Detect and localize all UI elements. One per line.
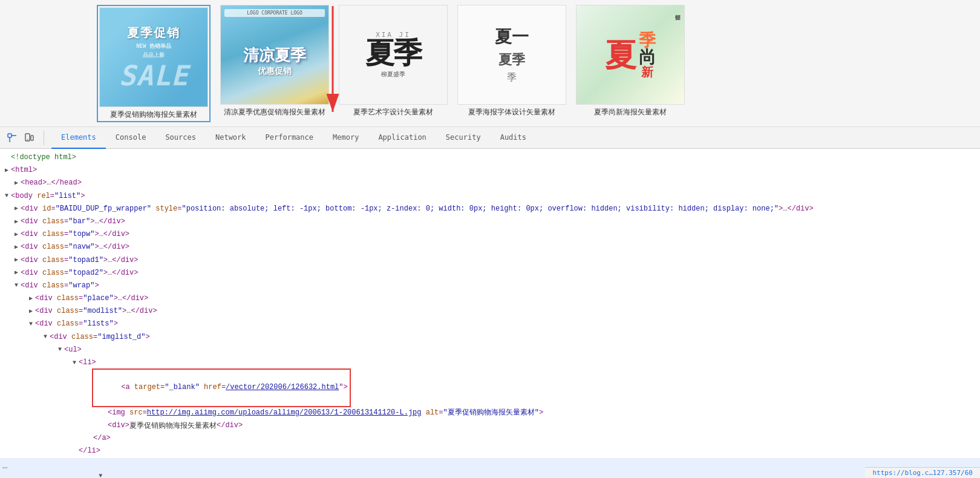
expand-bar[interactable] [15,217,21,227]
code-div-text1[interactable]: <div>夏季促销购物海报矢量素材</div> [0,419,980,432]
expand-topw[interactable] [15,230,21,240]
gallery-label-3: 夏季艺术字设计矢量素材 [353,107,433,117]
toolbar-icons [5,131,44,145]
code-ul[interactable]: <ul> [0,344,980,356]
code-html[interactable]: <html> [0,164,980,177]
gallery-item-2[interactable]: LOGO CORPORATE LOGO 清凉夏季 优惠促销 清凉夏季优惠促销海报… [220,5,329,117]
devtools-toolbar: Elements Console Sources Network Perform… [0,127,980,149]
code-div-topw[interactable]: <div class="topw">…</div> [0,228,980,241]
gallery-label-5: 夏季尚新海报矢量素材 [594,107,667,117]
svg-rect-6 [31,136,33,140]
code-div-topad2[interactable]: <div class="topad2">…</div> [0,267,980,280]
gallery-img-1: 夏季促销 NEW 热销单品 品品上新 SALE [99,7,208,107]
expand-wrap[interactable] [15,281,21,290]
gallery-label-1: 夏季促销购物海报矢量素材 [110,110,197,120]
tab-elements[interactable]: Elements [51,127,106,149]
gallery-area: 夏季促销 NEW 热销单品 品品上新 SALE 夏季促销购物海报矢量素材 LOG… [0,0,980,127]
expand-topad2[interactable] [15,268,21,278]
code-div-modlist[interactable]: <div class="modlist">…</div> [0,305,980,318]
expand-modlist[interactable] [29,307,35,316]
gallery-img-5: 夏 季 尚 新 促销打折 [576,5,685,105]
context-menu-dots: … [2,459,7,473]
code-a1-close: </a> [0,432,980,445]
code-a1[interactable]: <a target="_blank" href=/vector/202006/1… [0,369,980,407]
gallery-img-2: LOGO CORPORATE LOGO 清凉夏季 优惠促销 [220,5,329,105]
expand-imglist-d[interactable] [44,332,50,342]
expand-body[interactable] [5,191,11,201]
gallery-img-3: XIA JI 夏季 柳夏盛季 [339,5,448,105]
devtools-content: <!doctype html> <html> <head>…</head> <b… [0,149,980,478]
gallery-img-4: 夏一 夏季 季 [457,5,566,105]
inspector-icon[interactable] [5,131,19,145]
tab-list: Elements Console Sources Network Perform… [51,127,536,148]
expand-place[interactable] [29,294,35,304]
code-li1-close: </li> [0,445,980,457]
expand-li2[interactable] [99,471,105,478]
a1-red-box: <a target="_blank" href=/vector/202006/1… [93,370,350,406]
tab-security[interactable]: Security [436,127,491,149]
code-div-lists[interactable]: <div class="lists"> [0,318,980,330]
tab-network[interactable]: Network [206,127,256,149]
gallery-label-4: 夏季海报字体设计矢量素材 [468,107,555,117]
gallery-item-4[interactable]: 夏一 夏季 季 夏季海报字体设计矢量素材 [457,5,566,117]
expand-head[interactable] [15,178,21,188]
code-doctype: <!doctype html> [0,151,980,164]
gallery-item-3[interactable]: XIA JI 夏季 柳夏盛季 夏季艺术字设计矢量素材 [339,5,448,117]
tab-audits[interactable]: Audits [491,127,536,149]
tab-performance[interactable]: Performance [256,127,323,149]
expand-html[interactable] [5,166,11,175]
expand-li1[interactable] [73,358,79,368]
expand-topad1[interactable] [15,255,21,265]
tab-console[interactable]: Console [106,127,156,149]
tab-memory[interactable]: Memory [323,127,368,149]
gallery-item-5[interactable]: 夏 季 尚 新 促销打折 夏季尚新海报矢量素材 [576,5,685,117]
code-li2[interactable]: … <li> == $0 [0,458,980,479]
expand-baidu[interactable] [15,204,21,214]
status-bar: https://blog.c…127.357/60 [865,467,980,478]
code-body[interactable]: <body rel="list"> [0,190,980,203]
svg-rect-2 [8,134,11,137]
code-img1[interactable]: <img src=http://img.aiimg.com/uploads/al… [0,407,980,419]
expand-ul[interactable] [58,345,64,355]
code-div-bar[interactable]: <div class="bar">…</div> [0,215,980,228]
code-div-imglist-d[interactable]: <div class="imglist_d"> [0,331,980,344]
status-url: https://blog.c…127.357/60 [872,469,973,477]
expand-navw[interactable] [15,243,21,252]
code-div-place[interactable]: <div class="place">…</div> [0,292,980,305]
tab-sources[interactable]: Sources [155,127,206,149]
code-div-wrap[interactable]: <div class="wrap"> [0,280,980,292]
tab-application[interactable]: Application [368,127,436,149]
code-li1[interactable]: <li> [0,356,980,369]
device-icon[interactable] [22,131,36,145]
code-div-topad1[interactable]: <div class="topad1">…</div> [0,254,980,267]
gallery-label-2: 清凉夏季优惠促销海报矢量素材 [224,107,325,117]
code-head[interactable]: <head>…</head> [0,177,980,189]
code-div-navw[interactable]: <div class="navw">…</div> [0,241,980,254]
expand-lists[interactable] [29,319,35,329]
code-baidu-div[interactable]: <div id="BAIDU_DUP_fp_wrapper" style="po… [0,203,980,215]
gallery-item-1[interactable]: 夏季促销 NEW 热销单品 品品上新 SALE 夏季促销购物海报矢量素材 [97,5,211,122]
